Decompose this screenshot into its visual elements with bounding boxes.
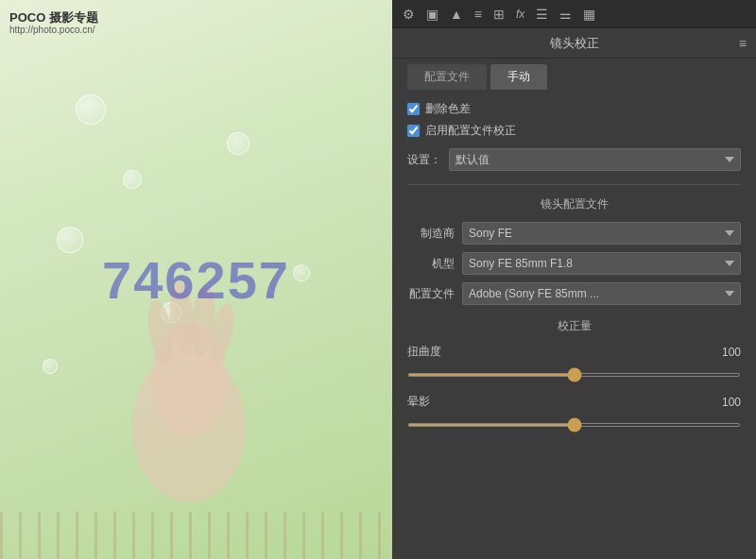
lens-profile-section-title: 镜头配置文件	[407, 184, 741, 212]
tabs-container: 配置文件 手动	[392, 59, 756, 90]
manufacturer-label: 制造商	[407, 226, 455, 242]
checkbox-enable-profile[interactable]	[407, 125, 420, 137]
panel-menu-icon[interactable]: ≡	[739, 36, 747, 51]
toolbar-icon-detail[interactable]: ☰	[533, 5, 551, 24]
tab-manual[interactable]: 手动	[490, 64, 547, 90]
bubble-7	[43, 359, 58, 374]
toolbar-icon-histogram[interactable]: ▣	[423, 5, 441, 24]
toolbar-icon-transform[interactable]: ▦	[580, 5, 598, 24]
photo-panel: POCO 摄影专题 http://photo.poco.cn/ 746257	[0, 0, 392, 559]
fence	[0, 512, 392, 559]
manufacturer-row: 制造商 Sony FECanonNikonSigma	[407, 222, 741, 245]
bubble-2	[227, 132, 249, 155]
panel-title: 镜头校正	[550, 35, 599, 52]
toolbar-icon-lens[interactable]: ⚌	[557, 5, 575, 24]
settings-label: 设置：	[407, 152, 441, 168]
distortion-slider[interactable]	[407, 373, 741, 377]
label-enable-profile: 启用配置文件校正	[425, 123, 516, 139]
model-label: 机型	[407, 256, 455, 272]
profile-row: 配置文件 Adobe (Sony FE 85mm ...	[407, 282, 741, 305]
toolbar-icon-basic[interactable]: ≡	[472, 5, 485, 24]
model-row: 机型 Sony FE 85mm F1.8	[407, 252, 741, 275]
watermark-url: http://photo.poco.cn/	[9, 25, 95, 35]
panel-header: 镜头校正 ≡	[392, 28, 756, 59]
checkbox-row-profile: 启用配置文件校正	[407, 123, 741, 139]
vignette-header: 晕影 100	[407, 394, 741, 410]
correction-section-title: 校正量	[407, 318, 741, 334]
toolbar-icon-settings[interactable]: ⚙	[400, 5, 418, 24]
checkbox-remove-ca[interactable]	[407, 103, 420, 115]
content-area: 删除色差 启用配置文件校正 设置： 默认值 镜头配置文件 制造商 Sony FE…	[392, 90, 756, 559]
profile-label: 配置文件	[407, 286, 455, 302]
bubble-1	[76, 94, 106, 125]
tab-profile[interactable]: 配置文件	[407, 64, 487, 90]
model-dropdown[interactable]: Sony FE 85mm F1.8	[462, 252, 741, 275]
toolbar-icon-hsl[interactable]: ⊞	[490, 5, 507, 24]
distortion-header: 扭曲度 100	[407, 344, 741, 360]
vignette-container: 晕影 100	[407, 394, 741, 431]
checkbox-row-ca: 删除色差	[407, 101, 741, 117]
label-remove-ca: 删除色差	[425, 101, 471, 117]
vignette-value: 100	[713, 396, 741, 409]
distortion-label: 扭曲度	[407, 344, 441, 360]
settings-dropdown[interactable]: 默认值	[449, 148, 741, 171]
toolbar-icon-fx[interactable]: fx	[513, 6, 527, 23]
watermark-number: 746257	[102, 249, 290, 311]
settings-row: 设置： 默认值	[407, 148, 741, 171]
toolbar-icon-curve[interactable]: ▲	[447, 5, 466, 24]
right-panel: ⚙ ▣ ▲ ≡ ⊞ fx ☰ ⚌ ▦ 镜头校正 ≡ 配置文件 手动 删除色差 启…	[392, 0, 756, 559]
toolbar: ⚙ ▣ ▲ ≡ ⊞ fx ☰ ⚌ ▦	[392, 0, 756, 28]
manufacturer-dropdown[interactable]: Sony FECanonNikonSigma	[462, 222, 741, 245]
vignette-slider[interactable]	[407, 423, 741, 427]
vignette-label: 晕影	[407, 394, 430, 410]
distortion-container: 扭曲度 100	[407, 344, 741, 381]
bubble-3	[123, 170, 142, 189]
distortion-value: 100	[713, 346, 741, 359]
profile-dropdown[interactable]: Adobe (Sony FE 85mm ...	[462, 282, 741, 305]
